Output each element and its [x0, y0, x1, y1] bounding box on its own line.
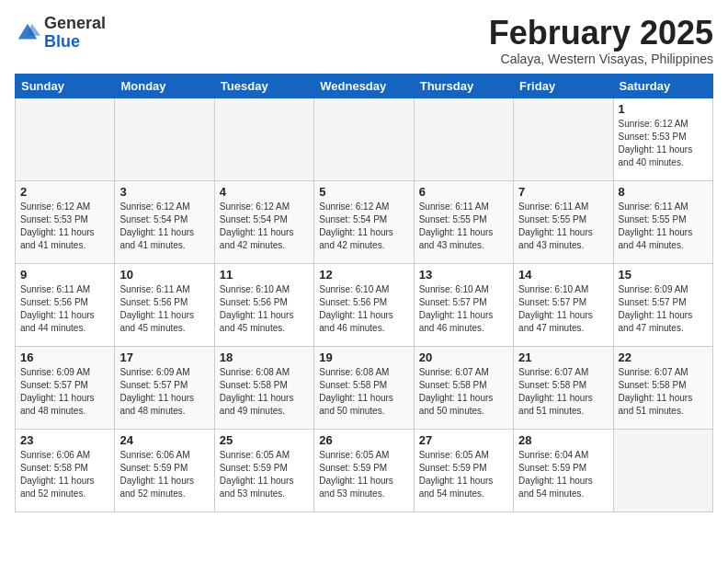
calendar-week-4: 16Sunrise: 6:09 AMSunset: 5:57 PMDayligh… [16, 346, 713, 429]
location-subtitle: Calaya, Western Visayas, Philippines [489, 52, 713, 66]
day-number: 3 [119, 185, 209, 199]
calendar-cell: 11Sunrise: 6:10 AMSunset: 5:56 PMDayligh… [214, 263, 313, 346]
calendar-cell: 19Sunrise: 6:08 AMSunset: 5:58 PMDayligh… [314, 346, 414, 429]
page-header: General Blue February 2025 Calaya, Weste… [15, 15, 713, 66]
logo-blue-text: Blue [44, 32, 80, 51]
logo: General Blue [15, 15, 106, 52]
day-number: 4 [220, 185, 309, 199]
day-number: 20 [419, 350, 508, 364]
day-info: Sunrise: 6:11 AMSunset: 5:55 PMDaylight:… [518, 201, 608, 252]
calendar-week-5: 23Sunrise: 6:06 AMSunset: 5:58 PMDayligh… [16, 429, 713, 511]
calendar-cell: 3Sunrise: 6:12 AMSunset: 5:54 PMDaylight… [115, 180, 214, 263]
day-number: 7 [518, 185, 608, 199]
calendar-week-3: 9Sunrise: 6:11 AMSunset: 5:56 PMDaylight… [16, 263, 713, 346]
calendar-cell: 15Sunrise: 6:09 AMSunset: 5:57 PMDayligh… [613, 263, 712, 346]
day-info: Sunrise: 6:11 AMSunset: 5:56 PMDaylight:… [119, 283, 209, 335]
calendar-cell: 21Sunrise: 6:07 AMSunset: 5:58 PMDayligh… [514, 346, 613, 429]
calendar-cell: 1Sunrise: 6:12 AMSunset: 5:53 PMDaylight… [613, 98, 712, 180]
calendar-cell [414, 98, 513, 180]
day-number: 23 [20, 433, 109, 447]
day-info: Sunrise: 6:06 AMSunset: 5:59 PMDaylight:… [119, 449, 209, 500]
calendar-week-2: 2Sunrise: 6:12 AMSunset: 5:53 PMDaylight… [16, 180, 713, 263]
calendar-cell: 16Sunrise: 6:09 AMSunset: 5:57 PMDayligh… [16, 346, 115, 429]
calendar-cell: 25Sunrise: 6:05 AMSunset: 5:59 PMDayligh… [214, 429, 313, 511]
day-info: Sunrise: 6:08 AMSunset: 5:58 PMDaylight:… [319, 366, 408, 418]
weekday-header-saturday: Saturday [613, 74, 712, 98]
day-number: 22 [619, 350, 708, 364]
day-number: 6 [419, 185, 508, 199]
calendar-week-1: 1Sunrise: 6:12 AMSunset: 5:53 PMDaylight… [16, 98, 713, 180]
day-info: Sunrise: 6:05 AMSunset: 5:59 PMDaylight:… [319, 449, 408, 500]
calendar-cell: 27Sunrise: 6:05 AMSunset: 5:59 PMDayligh… [414, 429, 513, 511]
logo-icon [15, 20, 40, 46]
calendar-cell [514, 98, 613, 180]
weekday-header-sunday: Sunday [16, 74, 115, 98]
calendar-cell: 9Sunrise: 6:11 AMSunset: 5:56 PMDaylight… [16, 263, 115, 346]
day-number: 9 [20, 268, 109, 282]
day-info: Sunrise: 6:11 AMSunset: 5:55 PMDaylight:… [619, 201, 708, 252]
day-info: Sunrise: 6:05 AMSunset: 5:59 PMDaylight:… [220, 449, 309, 500]
calendar-header-row: SundayMondayTuesdayWednesdayThursdayFrid… [16, 74, 713, 98]
title-block: February 2025 Calaya, Western Visayas, P… [489, 15, 713, 66]
day-info: Sunrise: 6:10 AMSunset: 5:56 PMDaylight:… [319, 283, 408, 335]
day-info: Sunrise: 6:12 AMSunset: 5:53 PMDaylight:… [619, 118, 708, 169]
day-number: 16 [20, 350, 109, 364]
day-number: 2 [20, 185, 109, 199]
day-number: 18 [220, 350, 309, 364]
calendar-cell: 24Sunrise: 6:06 AMSunset: 5:59 PMDayligh… [115, 429, 214, 511]
day-info: Sunrise: 6:10 AMSunset: 5:56 PMDaylight:… [220, 283, 309, 335]
weekday-header-monday: Monday [115, 74, 214, 98]
calendar-cell: 14Sunrise: 6:10 AMSunset: 5:57 PMDayligh… [514, 263, 613, 346]
calendar-cell: 13Sunrise: 6:10 AMSunset: 5:57 PMDayligh… [414, 263, 513, 346]
day-number: 14 [518, 268, 608, 282]
day-info: Sunrise: 6:06 AMSunset: 5:58 PMDaylight:… [20, 449, 109, 500]
day-number: 27 [419, 433, 508, 447]
calendar-cell: 26Sunrise: 6:05 AMSunset: 5:59 PMDayligh… [314, 429, 414, 511]
day-info: Sunrise: 6:09 AMSunset: 5:57 PMDaylight:… [20, 366, 109, 418]
day-info: Sunrise: 6:04 AMSunset: 5:59 PMDaylight:… [518, 449, 608, 500]
day-info: Sunrise: 6:12 AMSunset: 5:54 PMDaylight:… [319, 201, 408, 252]
day-number: 25 [220, 433, 309, 447]
month-title: February 2025 [489, 15, 713, 52]
day-number: 26 [319, 433, 408, 447]
calendar-cell [115, 98, 214, 180]
weekday-header-tuesday: Tuesday [214, 74, 313, 98]
day-info: Sunrise: 6:05 AMSunset: 5:59 PMDaylight:… [419, 449, 508, 500]
calendar-cell [16, 98, 115, 180]
day-number: 19 [319, 350, 408, 364]
calendar-cell: 22Sunrise: 6:07 AMSunset: 5:58 PMDayligh… [613, 346, 712, 429]
day-number: 5 [319, 185, 408, 199]
calendar-cell: 28Sunrise: 6:04 AMSunset: 5:59 PMDayligh… [514, 429, 613, 511]
day-number: 13 [419, 268, 508, 282]
day-number: 1 [619, 102, 708, 116]
calendar-cell: 20Sunrise: 6:07 AMSunset: 5:58 PMDayligh… [414, 346, 513, 429]
day-number: 15 [619, 268, 708, 282]
weekday-header-thursday: Thursday [414, 74, 513, 98]
day-number: 17 [119, 350, 209, 364]
day-info: Sunrise: 6:12 AMSunset: 5:53 PMDaylight:… [20, 201, 109, 252]
calendar-cell: 12Sunrise: 6:10 AMSunset: 5:56 PMDayligh… [314, 263, 414, 346]
day-number: 10 [119, 268, 209, 282]
day-info: Sunrise: 6:07 AMSunset: 5:58 PMDaylight:… [419, 366, 508, 418]
weekday-header-friday: Friday [514, 74, 613, 98]
calendar-cell: 2Sunrise: 6:12 AMSunset: 5:53 PMDaylight… [16, 180, 115, 263]
calendar-cell: 7Sunrise: 6:11 AMSunset: 5:55 PMDaylight… [514, 180, 613, 263]
day-info: Sunrise: 6:11 AMSunset: 5:55 PMDaylight:… [419, 201, 508, 252]
calendar-table: SundayMondayTuesdayWednesdayThursdayFrid… [15, 74, 713, 512]
day-info: Sunrise: 6:08 AMSunset: 5:58 PMDaylight:… [220, 366, 309, 418]
calendar-cell: 18Sunrise: 6:08 AMSunset: 5:58 PMDayligh… [214, 346, 313, 429]
day-info: Sunrise: 6:12 AMSunset: 5:54 PMDaylight:… [220, 201, 309, 252]
calendar-cell: 6Sunrise: 6:11 AMSunset: 5:55 PMDaylight… [414, 180, 513, 263]
day-info: Sunrise: 6:11 AMSunset: 5:56 PMDaylight:… [20, 283, 109, 335]
day-number: 12 [319, 268, 408, 282]
day-number: 11 [220, 268, 309, 282]
calendar-cell [314, 98, 414, 180]
day-number: 21 [518, 350, 608, 364]
day-number: 24 [119, 433, 209, 447]
calendar-cell: 5Sunrise: 6:12 AMSunset: 5:54 PMDaylight… [314, 180, 414, 263]
day-info: Sunrise: 6:10 AMSunset: 5:57 PMDaylight:… [419, 283, 508, 335]
day-number: 28 [518, 433, 608, 447]
day-info: Sunrise: 6:10 AMSunset: 5:57 PMDaylight:… [518, 283, 608, 335]
calendar-cell [214, 98, 313, 180]
calendar-cell: 8Sunrise: 6:11 AMSunset: 5:55 PMDaylight… [613, 180, 712, 263]
